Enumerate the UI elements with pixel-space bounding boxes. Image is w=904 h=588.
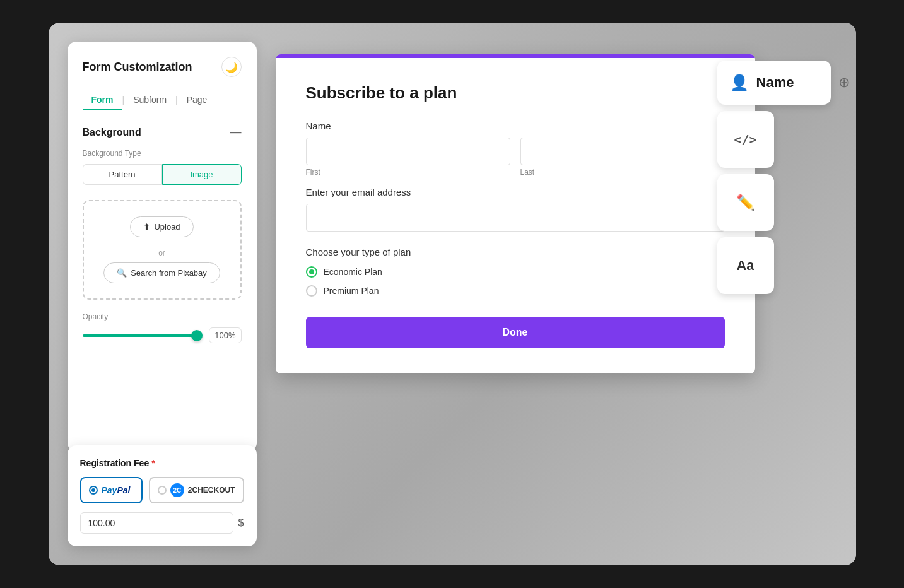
paypal-logo: PayPal xyxy=(102,485,131,495)
opacity-label: Opacity xyxy=(83,312,242,321)
move-icon[interactable]: ⊕ xyxy=(838,74,850,91)
pixabay-button[interactable]: 🔍 Search from Pixabay xyxy=(103,262,220,283)
opacity-slider-container[interactable] xyxy=(83,334,202,337)
premium-plan-option[interactable]: Premium Plan xyxy=(306,285,725,297)
first-name-sublabel: First xyxy=(306,168,510,177)
opacity-value: 100% xyxy=(209,327,241,343)
moon-icon: 🌙 xyxy=(225,61,238,73)
upload-icon: ⬆ xyxy=(143,222,150,232)
last-name-sublabel: Last xyxy=(520,168,725,177)
last-name-group: Last xyxy=(520,138,725,177)
collapse-icon[interactable]: — xyxy=(230,126,242,139)
form-preview: Subscribe to a plan Name First Last Ente… xyxy=(276,54,755,373)
premium-plan-radio[interactable] xyxy=(306,285,317,297)
payment-options: PayPal 2C 2CHECKOUT xyxy=(80,477,244,503)
text-icon: Aa xyxy=(736,257,754,274)
first-name-group: First xyxy=(306,138,510,177)
email-field-label: Enter your email address xyxy=(306,187,725,197)
premium-plan-label: Premium Plan xyxy=(324,286,379,296)
2checkout-radio[interactable] xyxy=(158,486,167,495)
email-input[interactable] xyxy=(306,204,725,232)
code-icon: </> xyxy=(734,132,756,147)
email-section: Enter your email address xyxy=(306,187,725,232)
fee-input-row: $ xyxy=(80,512,244,534)
main-container: Form Customization 🌙 Form | Subform | Pa… xyxy=(49,23,856,565)
first-name-input[interactable] xyxy=(306,138,510,165)
opacity-row: 100% xyxy=(83,327,242,343)
slider-track xyxy=(83,334,202,337)
name-fields: First Last xyxy=(306,138,725,177)
slider-fill xyxy=(83,334,202,337)
paypal-radio[interactable] xyxy=(89,486,98,495)
bg-type-image-button[interactable]: Image xyxy=(162,164,242,185)
bg-type-label: Background Type xyxy=(83,149,242,158)
tabs-row: Form | Subform | Page xyxy=(83,90,242,110)
currency-symbol: $ xyxy=(238,517,244,529)
pixabay-label: Search from Pixabay xyxy=(131,268,207,278)
text-icon-card[interactable]: Aa xyxy=(717,237,774,294)
left-panel: Form Customization 🌙 Form | Subform | Pa… xyxy=(68,42,257,452)
bg-type-pattern-button[interactable]: Pattern xyxy=(83,164,162,185)
reg-fee-label: Registration Fee xyxy=(80,458,150,468)
slider-thumb[interactable] xyxy=(191,330,203,341)
panel-title: Form Customization xyxy=(83,61,192,74)
name-card-wrapper: 👤 Name ⊕ xyxy=(717,61,831,105)
upload-area: ⬆ Upload or 🔍 Search from Pixabay xyxy=(83,200,242,300)
section-title-background: Background xyxy=(83,127,141,138)
plan-label: Choose your type of plan xyxy=(306,247,725,257)
name-card-label: Name xyxy=(756,74,794,91)
dark-mode-button[interactable]: 🌙 xyxy=(221,57,242,77)
economic-plan-label: Economic Plan xyxy=(324,267,382,277)
plan-section: Choose your type of plan Economic Plan P… xyxy=(306,247,725,297)
code-icon-card[interactable]: </> xyxy=(717,111,774,168)
form-title: Subscribe to a plan xyxy=(306,83,725,103)
economic-plan-option[interactable]: Economic Plan xyxy=(306,266,725,278)
registration-fee-panel: Registration Fee * PayPal 2C 2CHECKOUT $ xyxy=(68,445,257,546)
search-icon: 🔍 xyxy=(117,268,127,278)
reg-fee-title: Registration Fee * xyxy=(80,458,244,468)
or-text: or xyxy=(99,249,225,257)
name-field-label: Name xyxy=(306,121,725,131)
2checkout-logo-circle: 2C xyxy=(170,483,184,497)
tab-page[interactable]: Page xyxy=(178,90,216,110)
user-icon: 👤 xyxy=(730,74,749,91)
edit-icon-card[interactable]: ✏️ xyxy=(717,174,774,231)
tab-subform[interactable]: Subform xyxy=(124,90,175,110)
economic-plan-radio[interactable] xyxy=(306,266,317,278)
bg-type-toggle: Pattern Image xyxy=(83,164,242,185)
upload-label: Upload xyxy=(154,222,180,232)
opacity-section: Opacity 100% xyxy=(83,312,242,343)
2checkout-label: 2CHECKOUT xyxy=(188,486,235,495)
2checkout-option[interactable]: 2C 2CHECKOUT xyxy=(149,477,244,503)
panel-header: Form Customization 🌙 xyxy=(83,57,242,77)
submit-button[interactable]: Done xyxy=(306,317,725,348)
name-card[interactable]: 👤 Name xyxy=(717,61,831,105)
last-name-input[interactable] xyxy=(520,138,725,165)
paypal-option[interactable]: PayPal xyxy=(80,477,143,503)
tab-form[interactable]: Form xyxy=(83,90,122,110)
pencil-icon: ✏️ xyxy=(736,194,755,211)
right-sidebar: 👤 Name ⊕ </> ✏️ Aa xyxy=(717,61,831,294)
background-section-header: Background — xyxy=(83,126,242,139)
fee-amount-input[interactable] xyxy=(80,512,233,534)
form-content: Subscribe to a plan Name First Last Ente… xyxy=(276,58,755,373)
upload-button[interactable]: ⬆ Upload xyxy=(130,216,193,237)
required-star: * xyxy=(151,458,155,468)
